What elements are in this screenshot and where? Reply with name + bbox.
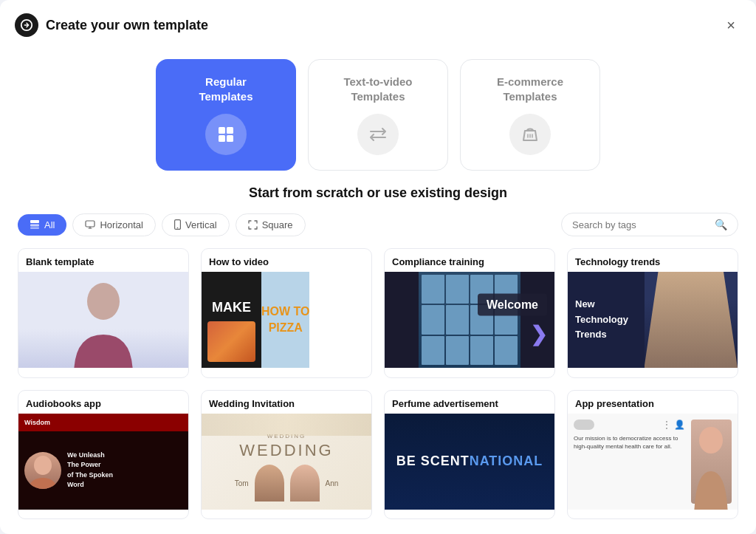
svg-point-15 bbox=[177, 227, 179, 229]
template-label-compliance: Compliance training bbox=[385, 249, 554, 272]
howto-how-to-text: HOW TO bbox=[261, 305, 309, 318]
app-person-silhouette bbox=[691, 420, 732, 510]
wedding-content: WEDDiNG WEDDING Tom Ann bbox=[235, 433, 339, 502]
ecom-icon-container bbox=[509, 114, 551, 155]
search-input[interactable] bbox=[572, 219, 709, 230]
svg-rect-2 bbox=[227, 127, 233, 134]
wedding-floral-graphic bbox=[202, 414, 371, 436]
audio-body-text: We UnleashThe Powerof The SpokenWord bbox=[67, 451, 113, 490]
svg-point-17 bbox=[34, 456, 52, 475]
template-card-app[interactable]: App presentation ⋮ 👤 Our mission is to d… bbox=[567, 390, 738, 520]
tech-person-graphic bbox=[645, 272, 738, 368]
regular-icon-container bbox=[205, 114, 247, 155]
search-icon: 🔍 bbox=[715, 219, 727, 230]
type-card-ecom-label: E-commerceTemplates bbox=[497, 75, 563, 103]
blank-person-graphic bbox=[18, 272, 188, 368]
audio-header: Wisdom bbox=[18, 414, 188, 431]
app-logo bbox=[15, 13, 38, 37]
type-card-regular-label: RegularTemplates bbox=[199, 75, 252, 103]
wedding-couple-graphic: Tom Ann bbox=[235, 465, 339, 502]
wedding-thumbnail: WEDDiNG WEDDING Tom Ann bbox=[202, 414, 371, 510]
perfume-accent-text: NATIONAL bbox=[470, 453, 543, 468]
howto-make-text: MAKE bbox=[207, 297, 255, 318]
filter-horizontal-label: Horizontal bbox=[100, 219, 143, 230]
svg-rect-1 bbox=[219, 127, 225, 134]
template-label-audiobooks: Audiobooks app bbox=[18, 391, 188, 414]
template-label-wedding: Wedding Invitation bbox=[202, 391, 371, 414]
template-card-compliance[interactable]: Compliance training Welc bbox=[384, 248, 555, 378]
svg-point-16 bbox=[87, 283, 120, 320]
template-label-howto: How to video bbox=[202, 249, 371, 272]
templates-grid: Blank template How to video MAKE bbox=[0, 248, 756, 534]
template-card-wedding[interactable]: Wedding Invitation WEDDiNG WEDDING Tom A… bbox=[201, 390, 372, 520]
filter-all-label: All bbox=[44, 219, 55, 230]
app-person-icon: 👤 bbox=[674, 420, 685, 430]
window-5 bbox=[422, 305, 444, 334]
svg-rect-4 bbox=[227, 135, 233, 142]
svg-rect-8 bbox=[30, 220, 39, 223]
type-card-ttv-label: Text-to-videoTemplates bbox=[343, 75, 412, 103]
tech-person-silhouette bbox=[645, 272, 738, 368]
tech-word-2: Technology bbox=[575, 314, 637, 326]
audio-header-text: Wisdom bbox=[24, 419, 50, 426]
window-2 bbox=[446, 275, 469, 304]
svg-rect-10 bbox=[30, 227, 39, 230]
wedding-title-text: WEDDING bbox=[239, 441, 333, 460]
svg-rect-3 bbox=[219, 135, 225, 142]
window-6 bbox=[446, 305, 469, 334]
close-button[interactable]: × bbox=[724, 15, 738, 35]
template-label-perfume: Perfume advertisement bbox=[385, 391, 554, 414]
template-card-perfume[interactable]: Perfume advertisement BE SCENTNATIONAL bbox=[384, 390, 555, 520]
template-card-howto[interactable]: How to video MAKE HOW TO PIZZA bbox=[201, 248, 372, 378]
audio-person-graphic bbox=[24, 452, 61, 489]
type-card-ecommerce[interactable]: E-commerceTemplates bbox=[460, 59, 600, 171]
tech-word-1: New bbox=[575, 298, 637, 311]
tech-text-panel: New Technology Trends bbox=[568, 272, 645, 368]
tech-word-3: Trends bbox=[575, 329, 637, 341]
app-toggle-graphic bbox=[574, 420, 594, 430]
basket-icon bbox=[520, 124, 540, 145]
template-label-app: App presentation bbox=[568, 391, 738, 414]
filter-horizontal-button[interactable]: Horizontal bbox=[72, 213, 156, 236]
filter-square-label: Square bbox=[262, 219, 293, 230]
app-person-graphic bbox=[691, 420, 732, 504]
filter-all-button[interactable]: All bbox=[18, 214, 66, 236]
audio-content: We UnleashThe Powerof The SpokenWord bbox=[18, 431, 188, 510]
swap-icon bbox=[368, 126, 388, 143]
window-10 bbox=[446, 336, 469, 365]
template-card-tech[interactable]: Technology trends New Technology Trends bbox=[567, 248, 738, 378]
filter-vertical-label: Vertical bbox=[185, 219, 217, 230]
compliance-thumbnail: Welcome ❯ bbox=[385, 272, 554, 368]
dialog-title: Create your own template bbox=[46, 18, 716, 33]
type-card-regular[interactable]: RegularTemplates bbox=[156, 59, 296, 171]
tech-thumbnail: New Technology Trends bbox=[568, 272, 738, 368]
template-card-audiobooks[interactable]: Audiobooks app Wisdom We UnleashThe Powe… bbox=[18, 390, 189, 520]
filter-vertical-button[interactable]: Vertical bbox=[162, 213, 230, 236]
window-1 bbox=[422, 275, 444, 304]
template-card-blank[interactable]: Blank template bbox=[18, 248, 189, 378]
square-icon bbox=[248, 220, 258, 230]
svg-point-18 bbox=[699, 427, 723, 453]
person-silhouette bbox=[70, 279, 137, 368]
audiobooks-thumbnail: Wisdom We UnleashThe Powerof The SpokenW… bbox=[18, 414, 188, 510]
welcome-overlay: Welcome ❯ bbox=[478, 294, 547, 346]
type-card-text-to-video[interactable]: Text-to-videoTemplates bbox=[308, 59, 448, 171]
person-head bbox=[24, 452, 61, 489]
svg-rect-9 bbox=[30, 225, 39, 227]
app-toggle-row: ⋮ 👤 bbox=[574, 420, 685, 430]
app-left-panel: ⋮ 👤 Our mission is to democratize access… bbox=[574, 420, 685, 504]
dialog-header: Create your own template × bbox=[0, 0, 756, 47]
app-body-text: Our mission is to democratize access to … bbox=[574, 434, 685, 451]
section-title: Start from scratch or use existing desig… bbox=[0, 185, 756, 201]
filter-search-row: All Horizontal Vertical bbox=[0, 213, 756, 236]
bride-name: Ann bbox=[326, 479, 339, 487]
layers-icon bbox=[30, 219, 40, 230]
type-card-row: RegularTemplates Text-to-videoTemplates bbox=[0, 47, 756, 185]
filter-square-button[interactable]: Square bbox=[236, 213, 306, 236]
phone-icon bbox=[174, 219, 181, 230]
howto-pizza-graphic bbox=[207, 321, 255, 362]
create-template-dialog: Create your own template × RegularTempla… bbox=[0, 0, 756, 534]
template-label-tech: Technology trends bbox=[568, 249, 738, 272]
template-label-blank: Blank template bbox=[18, 249, 188, 272]
perfume-text-graphic: BE SCENTNATIONAL bbox=[396, 453, 543, 469]
